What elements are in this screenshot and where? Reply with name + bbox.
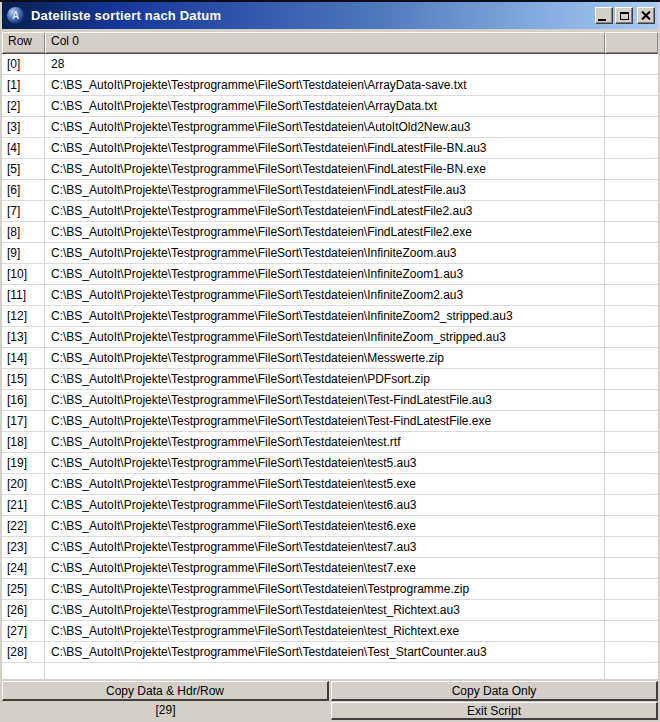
row-filler-cell [605,453,658,474]
row-index-cell: [19] [2,453,45,474]
row-index-cell: [24] [2,558,45,579]
row-index-cell: [9] [2,243,45,264]
table-row[interactable]: [16] C:\BS_AutoIt\Projekte\Testprogramme… [2,390,658,411]
table-row[interactable]: [5] C:\BS_AutoIt\Projekte\Testprogramme\… [2,159,658,180]
table-row[interactable]: [1] C:\BS_AutoIt\Projekte\Testprogramme\… [2,75,658,96]
row-index-cell: [5] [2,159,45,180]
exit-script-button[interactable]: Exit Script [331,702,658,720]
table-row[interactable]: [14] C:\BS_AutoIt\Projekte\Testprogramme… [2,348,658,369]
row-index-cell: [2] [2,96,45,117]
row-index-cell: [3] [2,117,45,138]
empty-list-area [2,663,658,679]
maximize-icon [620,12,629,20]
row-filler-cell [605,180,658,201]
row-value-cell: C:\BS_AutoIt\Projekte\Testprogramme\File… [45,306,605,327]
table-row[interactable]: [21] C:\BS_AutoIt\Projekte\Testprogramme… [2,495,658,516]
row-value-cell: C:\BS_AutoIt\Projekte\Testprogramme\File… [45,579,605,600]
row-count-label: [29] [2,702,329,720]
row-index-cell: [10] [2,264,45,285]
row-filler-cell [605,96,658,117]
row-value-cell: C:\BS_AutoIt\Projekte\Testprogramme\File… [45,369,605,390]
table-row[interactable]: [7] C:\BS_AutoIt\Projekte\Testprogramme\… [2,201,658,222]
row-value-cell: 28 [45,54,605,75]
row-index-cell: [22] [2,516,45,537]
window-controls [595,7,655,24]
row-index-cell: [1] [2,75,45,96]
table-row[interactable]: [23] C:\BS_AutoIt\Projekte\Testprogramme… [2,537,658,558]
row-value-cell: C:\BS_AutoIt\Projekte\Testprogramme\File… [45,222,605,243]
row-value-cell: C:\BS_AutoIt\Projekte\Testprogramme\File… [45,348,605,369]
table-row[interactable]: [3] C:\BS_AutoIt\Projekte\Testprogramme\… [2,117,658,138]
row-filler-cell [605,495,658,516]
row-value-cell: C:\BS_AutoIt\Projekte\Testprogramme\File… [45,390,605,411]
table-row[interactable]: [15] C:\BS_AutoIt\Projekte\Testprogramme… [2,369,658,390]
row-filler-cell [605,474,658,495]
table-row[interactable]: [27] C:\BS_AutoIt\Projekte\Testprogramme… [2,621,658,642]
table-row[interactable]: [12] C:\BS_AutoIt\Projekte\Testprogramme… [2,306,658,327]
table-row[interactable]: [28] C:\BS_AutoIt\Projekte\Testprogramme… [2,642,658,663]
file-listview: Row Col 0 [0] 28 [1] C:\BS_AutoIt\Projek… [2,32,658,679]
row-index-cell: [21] [2,495,45,516]
row-value-cell: C:\BS_AutoIt\Projekte\Testprogramme\File… [45,621,605,642]
row-index-cell: [26] [2,600,45,621]
copy-data-only-button[interactable]: Copy Data Only [331,681,658,701]
column-header-col0[interactable]: Col 0 [45,32,605,54]
minimize-button[interactable] [595,7,613,24]
row-value-cell: C:\BS_AutoIt\Projekte\Testprogramme\File… [45,516,605,537]
footer: Copy Data & Hdr/Row Copy Data Only [29] … [2,681,658,720]
table-row[interactable]: [18] C:\BS_AutoIt\Projekte\Testprogramme… [2,432,658,453]
window-title: Dateiliste sortiert nach Datum [31,8,595,23]
table-row[interactable]: [20] C:\BS_AutoIt\Projekte\Testprogramme… [2,474,658,495]
row-filler-cell [605,390,658,411]
column-header-row[interactable]: Row [2,32,45,54]
row-value-cell: C:\BS_AutoIt\Projekte\Testprogramme\File… [45,201,605,222]
table-row[interactable]: [11] C:\BS_AutoIt\Projekte\Testprogramme… [2,285,658,306]
row-value-cell: C:\BS_AutoIt\Projekte\Testprogramme\File… [45,495,605,516]
row-index-cell: [12] [2,306,45,327]
table-row[interactable]: [17] C:\BS_AutoIt\Projekte\Testprogramme… [2,411,658,432]
row-filler-cell [605,432,658,453]
row-value-cell: C:\BS_AutoIt\Projekte\Testprogramme\File… [45,180,605,201]
table-row[interactable]: [24] C:\BS_AutoIt\Projekte\Testprogramme… [2,558,658,579]
row-index-cell: [11] [2,285,45,306]
row-index-cell: [0] [2,54,45,75]
row-filler-cell [605,516,658,537]
table-row[interactable]: [22] C:\BS_AutoIt\Projekte\Testprogramme… [2,516,658,537]
table-row[interactable]: [26] C:\BS_AutoIt\Projekte\Testprogramme… [2,600,658,621]
row-index-cell: [7] [2,201,45,222]
table-row[interactable]: [0] 28 [2,54,658,75]
row-index-cell: [6] [2,180,45,201]
table-row[interactable]: [25] C:\BS_AutoIt\Projekte\Testprogramme… [2,579,658,600]
row-index-cell: [23] [2,537,45,558]
table-row[interactable]: [8] C:\BS_AutoIt\Projekte\Testprogramme\… [2,222,658,243]
autoit-app-icon[interactable]: A [7,7,24,24]
table-row[interactable]: [19] C:\BS_AutoIt\Projekte\Testprogramme… [2,453,658,474]
row-filler-cell [605,537,658,558]
title-bar[interactable]: A Dateiliste sortiert nach Datum [2,2,658,29]
row-filler-cell [605,243,658,264]
table-row[interactable]: [4] C:\BS_AutoIt\Projekte\Testprogramme\… [2,138,658,159]
row-value-cell: C:\BS_AutoIt\Projekte\Testprogramme\File… [45,642,605,663]
row-filler-cell [605,579,658,600]
row-value-cell: C:\BS_AutoIt\Projekte\Testprogramme\File… [45,138,605,159]
maximize-button[interactable] [615,7,633,24]
row-filler-cell [605,306,658,327]
table-row[interactable]: [9] C:\BS_AutoIt\Projekte\Testprogramme\… [2,243,658,264]
row-value-cell: C:\BS_AutoIt\Projekte\Testprogramme\File… [45,243,605,264]
copy-data-hdr-button[interactable]: Copy Data & Hdr/Row [2,681,329,701]
row-index-cell: [14] [2,348,45,369]
row-filler-cell [605,348,658,369]
row-filler-cell [605,75,658,96]
row-value-cell: C:\BS_AutoIt\Projekte\Testprogramme\File… [45,75,605,96]
close-button[interactable] [637,7,655,24]
row-index-cell: [13] [2,327,45,348]
table-row[interactable]: [6] C:\BS_AutoIt\Projekte\Testprogramme\… [2,180,658,201]
table-row[interactable]: [13] C:\BS_AutoIt\Projekte\Testprogramme… [2,327,658,348]
table-row[interactable]: [10] C:\BS_AutoIt\Projekte\Testprogramme… [2,264,658,285]
table-row[interactable]: [2] C:\BS_AutoIt\Projekte\Testprogramme\… [2,96,658,117]
row-filler-cell [605,201,658,222]
row-value-cell: C:\BS_AutoIt\Projekte\Testprogramme\File… [45,117,605,138]
close-icon [641,11,651,20]
row-filler-cell [605,369,658,390]
row-index-cell: [25] [2,579,45,600]
